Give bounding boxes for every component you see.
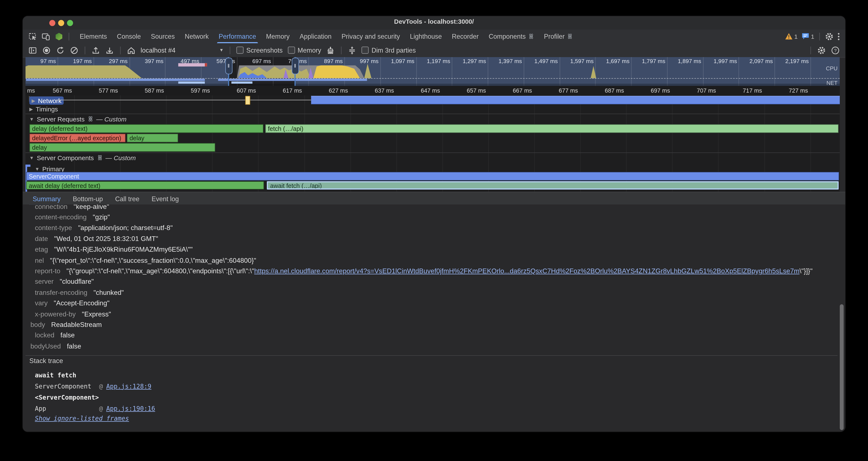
server-requests-track-header[interactable]: ▼ Server Requests — Custom bbox=[29, 115, 126, 122]
device-toolbar-icon[interactable] bbox=[41, 32, 50, 40]
settings-gear-icon[interactable] bbox=[825, 32, 834, 40]
timeline-event-bar[interactable]: delay (deferred text) bbox=[29, 124, 264, 133]
timeline-event-bar[interactable]: delayedError (…ayed exception) bbox=[29, 134, 126, 142]
event-label: delayedError (…ayed exception) bbox=[32, 135, 121, 141]
details-tab-label: Call tree bbox=[115, 195, 140, 202]
minimap-right-handle-grip[interactable]: ‖ bbox=[292, 58, 299, 75]
memory-checkbox[interactable]: Memory bbox=[288, 46, 321, 54]
minimap-left-handle-grip[interactable]: ‖ bbox=[225, 58, 232, 75]
property-key: nel bbox=[35, 256, 44, 264]
checkbox-box[interactable] bbox=[362, 47, 369, 54]
stack-trace-divider bbox=[25, 355, 837, 356]
report-to-url-link[interactable]: https://a.nel.cloudflare.com/report/v4?s… bbox=[254, 267, 800, 275]
primary-thread-header[interactable]: ▼ Primary bbox=[35, 165, 64, 172]
show-ignore-listed-frames-link[interactable]: Show ignore-listed frames bbox=[35, 415, 129, 422]
reload-and-record-button[interactable] bbox=[56, 46, 65, 55]
tab-application[interactable]: Application bbox=[294, 29, 336, 43]
tab-memory[interactable]: Memory bbox=[261, 29, 294, 43]
ruler-time-label: 637 ms bbox=[375, 87, 396, 94]
tab-network[interactable]: Network bbox=[180, 29, 214, 43]
home-icon[interactable] bbox=[127, 46, 135, 55]
divider bbox=[810, 46, 811, 54]
ruler-time-label: 627 ms bbox=[329, 87, 350, 94]
stack-trace-title: Stack trace bbox=[29, 357, 63, 365]
record-button[interactable] bbox=[42, 46, 51, 55]
minimap-bottom-strip bbox=[25, 84, 840, 86]
checkbox-box[interactable] bbox=[288, 47, 295, 54]
toggle-sidebar-icon[interactable] bbox=[28, 46, 37, 55]
tab-label: Profiler bbox=[544, 32, 565, 40]
history-select[interactable]: localhost #4 ▼ bbox=[141, 46, 224, 54]
property-row: nel"{\"report_to\":\"cf-nel\",\"success_… bbox=[25, 255, 834, 265]
tab-privacy-and-security[interactable]: Privacy and security bbox=[337, 29, 405, 43]
desktop: DevTools - localhost:3000/ ElementsConso… bbox=[0, 0, 868, 461]
vertical-scrollbar[interactable] bbox=[840, 304, 844, 430]
timeline-event-bar[interactable]: await fetch (…/api) bbox=[267, 181, 839, 190]
dim-3rd-parties-checkbox[interactable]: Dim 3rd parties bbox=[362, 46, 416, 54]
help-icon[interactable]: ? bbox=[831, 46, 840, 55]
property-value: \"}]}" bbox=[800, 267, 812, 275]
details-tab-bottom-up[interactable]: Bottom-up bbox=[67, 192, 109, 205]
timings-track-header[interactable]: ▶ Timings bbox=[29, 105, 58, 113]
property-value: ReadableStream bbox=[51, 321, 102, 329]
tab-lighthouse[interactable]: Lighthouse bbox=[405, 29, 447, 43]
warnings-icon[interactable] bbox=[785, 33, 793, 40]
property-key: etag bbox=[35, 246, 48, 253]
checkbox-box[interactable] bbox=[237, 47, 244, 54]
tab-console[interactable]: Console bbox=[112, 29, 146, 43]
expanded-triangle-icon[interactable]: ▼ bbox=[29, 155, 34, 161]
window-titlebar: DevTools - localhost:3000/ bbox=[23, 16, 845, 30]
tab-label: Recorder bbox=[452, 32, 478, 40]
details-tab-summary[interactable]: Summary bbox=[27, 192, 67, 205]
summary-pane[interactable]: connection"keep-alive"content-encoding"g… bbox=[23, 204, 845, 432]
track-divider bbox=[25, 152, 840, 153]
property-row: transfer-encoding"chunked" bbox=[25, 287, 834, 298]
screenshots-checkbox[interactable]: Screenshots bbox=[237, 46, 283, 54]
details-tab-call-tree[interactable]: Call tree bbox=[109, 192, 146, 205]
collapsed-triangle-icon[interactable]: ▶ bbox=[32, 98, 35, 103]
timeline-minimap[interactable]: 97 ms197 ms297 ms397 ms497 ms597 ms697 m… bbox=[25, 57, 840, 86]
collapse-tracks-icon[interactable] bbox=[348, 46, 356, 55]
panel-settings-gear-icon[interactable] bbox=[817, 46, 826, 55]
network-track-line bbox=[56, 99, 311, 100]
timeline-tracks[interactable]: ▶ Network ⣿ ▶ Timings ▼ Server Requests … bbox=[25, 95, 840, 192]
details-tab-event-log[interactable]: Event log bbox=[146, 192, 185, 205]
frame-source-link[interactable]: App.js:190:16 bbox=[106, 405, 155, 412]
timeline-event-bar[interactable]: delay bbox=[127, 134, 178, 142]
ruler-time-label: 727 ms bbox=[789, 87, 810, 94]
inspect-element-icon[interactable] bbox=[28, 32, 37, 40]
load-profile-icon[interactable] bbox=[91, 46, 100, 55]
network-track-header[interactable]: ▶ Network ⣿ bbox=[28, 96, 31, 102]
tab-performance[interactable]: Performance bbox=[214, 29, 261, 43]
tab-components[interactable]: Components bbox=[484, 29, 539, 43]
clear-button[interactable] bbox=[70, 46, 79, 55]
garbage-collect-icon[interactable] bbox=[326, 46, 335, 55]
timeline-event-bar[interactable]: fetch (…/api) bbox=[265, 124, 839, 133]
expanded-triangle-icon[interactable]: ▼ bbox=[29, 116, 34, 122]
issues-icon[interactable] bbox=[802, 33, 809, 40]
frame-source-link[interactable]: App.js:128:9 bbox=[106, 383, 151, 390]
timeline-event-bar[interactable]: delay bbox=[29, 143, 215, 152]
window-title: DevTools - localhost:3000/ bbox=[23, 19, 845, 25]
atom-icon bbox=[567, 33, 573, 39]
event-label: ServerComponent bbox=[29, 173, 79, 179]
more-options-icon[interactable] bbox=[837, 32, 840, 40]
timeline-event-bar[interactable]: ServerComponent bbox=[26, 172, 839, 180]
collapsed-triangle-icon[interactable]: ▶ bbox=[29, 106, 33, 112]
tab-elements[interactable]: Elements bbox=[75, 29, 112, 43]
tab-profiler[interactable]: Profiler bbox=[539, 29, 578, 43]
tab-sources[interactable]: Sources bbox=[146, 29, 180, 43]
tab-label: Application bbox=[300, 32, 332, 40]
timeline-event-bar[interactable]: await delay (deferred text) bbox=[26, 181, 264, 190]
server-components-track-header[interactable]: ▼ Server Components — Custom bbox=[29, 154, 135, 162]
property-value: "{\"report_to\":\"cf-nel\",\"success_fra… bbox=[50, 256, 256, 264]
expanded-triangle-icon[interactable]: ▼ bbox=[35, 166, 39, 172]
save-profile-icon[interactable] bbox=[105, 46, 114, 55]
network-request-bar[interactable] bbox=[311, 96, 840, 104]
primary-thread-label: Primary bbox=[42, 165, 64, 172]
timeline-ruler[interactable]: ms567 ms577 ms587 ms597 ms607 ms617 ms62… bbox=[25, 86, 840, 96]
tab-recorder[interactable]: Recorder bbox=[447, 29, 484, 43]
network-request-marker[interactable] bbox=[245, 95, 250, 104]
ruler-time-label: 697 ms bbox=[651, 87, 672, 94]
property-row: lockedfalse bbox=[25, 330, 834, 341]
